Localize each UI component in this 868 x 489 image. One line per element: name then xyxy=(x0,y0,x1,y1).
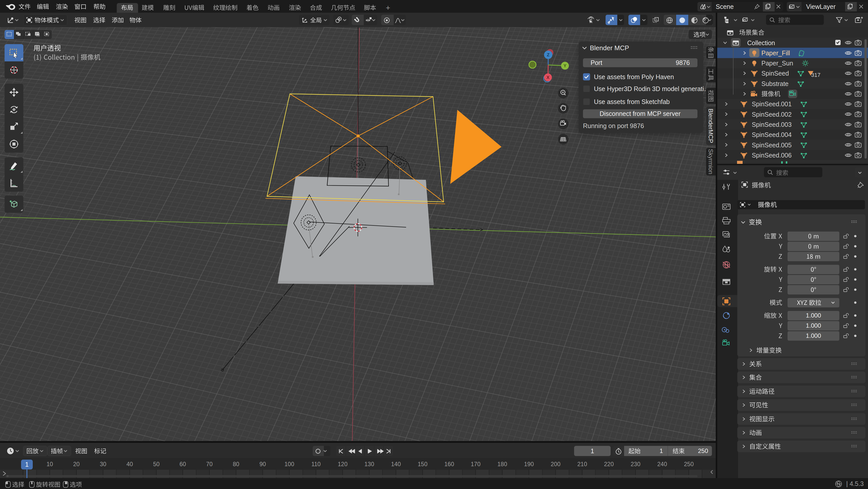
svg-text:Z: Z xyxy=(547,53,550,57)
svg-text:Y: Y xyxy=(563,63,566,68)
svg-text:X: X xyxy=(547,75,550,80)
